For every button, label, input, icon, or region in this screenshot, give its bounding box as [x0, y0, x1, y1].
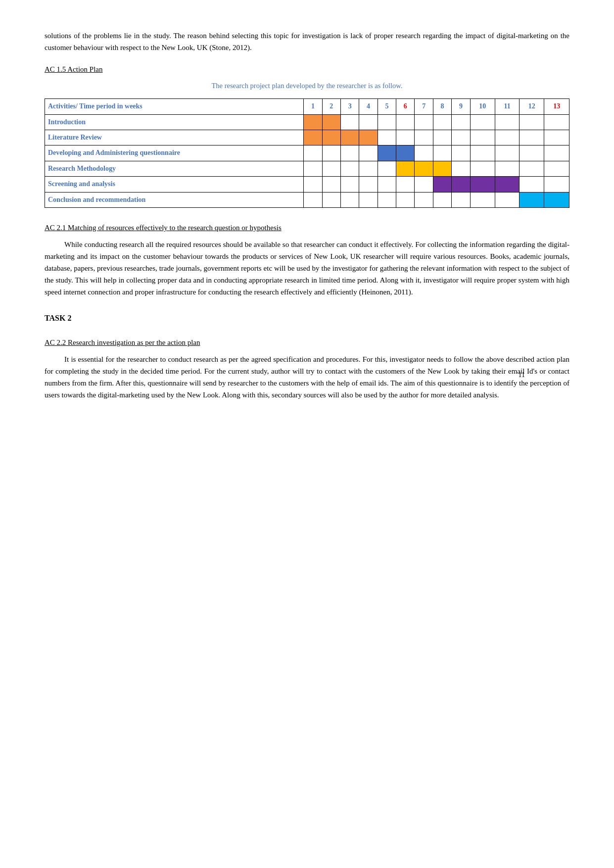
gantt-cell-5-8	[452, 192, 470, 207]
gantt-row-label-5: Conclusion and recommendation	[45, 192, 304, 207]
gantt-col-6: 6	[396, 99, 415, 114]
gantt-cell-5-9	[470, 192, 495, 207]
gantt-cell-1-12	[544, 130, 569, 145]
gantt-cell-1-8	[452, 130, 470, 145]
gantt-cell-4-12	[544, 177, 569, 192]
gantt-col-7: 7	[415, 99, 433, 114]
gantt-cell-1-6	[415, 130, 433, 145]
gantt-row-5: Conclusion and recommendation	[45, 192, 569, 207]
gantt-row-label-0: Introduction	[45, 114, 304, 130]
gantt-cell-3-10	[495, 161, 520, 176]
gantt-cell-3-11	[520, 161, 544, 176]
gantt-cell-0-7	[433, 114, 451, 130]
gantt-cell-1-0	[304, 130, 322, 145]
gantt-cell-5-5	[396, 192, 415, 207]
gantt-cell-3-6	[415, 161, 433, 176]
gantt-col-activities: Activities/ Time period in weeks	[45, 99, 304, 114]
ac15-heading: AC 1.5 Action Plan	[45, 63, 569, 75]
gantt-cell-2-3	[359, 145, 378, 161]
gantt-col-11: 11	[495, 99, 520, 114]
gantt-col-13: 13	[544, 99, 569, 114]
gantt-cell-4-4	[378, 177, 396, 192]
gantt-cell-4-5	[396, 177, 415, 192]
gantt-cell-1-4	[378, 130, 396, 145]
gantt-cell-4-10	[495, 177, 520, 192]
gantt-cell-4-0	[304, 177, 322, 192]
gantt-cell-0-6	[415, 114, 433, 130]
ac22-paragraph: It is essential for the researcher to co…	[45, 353, 569, 401]
gantt-cell-2-8	[452, 145, 470, 161]
gantt-col-8: 8	[433, 99, 451, 114]
gantt-cell-0-8	[452, 114, 470, 130]
gantt-cell-4-11	[520, 177, 544, 192]
gantt-cell-1-1	[322, 130, 340, 145]
gantt-cell-2-0	[304, 145, 322, 161]
gantt-cell-3-3	[359, 161, 378, 176]
ac21-paragraph: While conducting research all the requir…	[45, 239, 569, 298]
gantt-cell-2-9	[470, 145, 495, 161]
gantt-cell-4-2	[340, 177, 359, 192]
gantt-cell-1-5	[396, 130, 415, 145]
gantt-cell-2-10	[495, 145, 520, 161]
gantt-row-label-1: Literature Review	[45, 130, 304, 145]
gantt-cell-3-8	[452, 161, 470, 176]
gantt-header-row: Activities/ Time period in weeks 1 2 3 4…	[45, 99, 569, 114]
gantt-row-label-3: Research Methodology	[45, 161, 304, 176]
subtitle-italic: The research project plan developed by t…	[45, 80, 569, 92]
gantt-cell-3-2	[340, 161, 359, 176]
gantt-col-1: 1	[304, 99, 322, 114]
gantt-cell-0-0	[304, 114, 322, 130]
gantt-cell-2-11	[520, 145, 544, 161]
gantt-cell-5-6	[415, 192, 433, 207]
gantt-row-0: Introduction	[45, 114, 569, 130]
gantt-cell-3-0	[304, 161, 322, 176]
ac22-heading: AC 2.2 Research investigation as per the…	[45, 337, 569, 348]
gantt-cell-0-1	[322, 114, 340, 130]
gantt-cell-0-5	[396, 114, 415, 130]
gantt-table: Activities/ Time period in weeks 1 2 3 4…	[45, 98, 569, 208]
gantt-cell-5-7	[433, 192, 451, 207]
gantt-cell-5-10	[495, 192, 520, 207]
gantt-cell-4-9	[470, 177, 495, 192]
gantt-cell-2-6	[415, 145, 433, 161]
gantt-cell-2-4	[378, 145, 396, 161]
gantt-cell-0-10	[495, 114, 520, 130]
gantt-row-label-2: Developing and Administering questionnai…	[45, 145, 304, 161]
gantt-cell-2-12	[544, 145, 569, 161]
intro-paragraph: solutions of the problems lie in the stu…	[45, 30, 569, 53]
gantt-cell-5-12	[544, 192, 569, 207]
gantt-cell-1-10	[495, 130, 520, 145]
gantt-cell-3-12	[544, 161, 569, 176]
gantt-cell-3-4	[378, 161, 396, 176]
gantt-col-12: 12	[520, 99, 544, 114]
gantt-row-label-4: Screening and analysis	[45, 177, 304, 192]
gantt-cell-0-4	[378, 114, 396, 130]
gantt-cell-5-3	[359, 192, 378, 207]
gantt-cell-1-2	[340, 130, 359, 145]
gantt-cell-1-11	[520, 130, 544, 145]
gantt-cell-4-6	[415, 177, 433, 192]
gantt-cell-5-4	[378, 192, 396, 207]
gantt-cell-0-9	[470, 114, 495, 130]
gantt-col-4: 4	[359, 99, 378, 114]
gantt-row-1: Literature Review	[45, 130, 569, 145]
gantt-cell-4-7	[433, 177, 451, 192]
task2-heading: TASK 2	[45, 312, 569, 325]
gantt-col-5: 5	[378, 99, 396, 114]
gantt-cell-1-7	[433, 130, 451, 145]
gantt-cell-5-1	[322, 192, 340, 207]
gantt-cell-5-0	[304, 192, 322, 207]
gantt-cell-0-11	[520, 114, 544, 130]
gantt-cell-4-8	[452, 177, 470, 192]
gantt-cell-2-7	[433, 145, 451, 161]
gantt-cell-1-3	[359, 130, 378, 145]
gantt-row-4: Screening and analysis	[45, 177, 569, 192]
gantt-col-3: 3	[340, 99, 359, 114]
gantt-cell-3-9	[470, 161, 495, 176]
gantt-cell-4-3	[359, 177, 378, 192]
gantt-cell-1-9	[470, 130, 495, 145]
gantt-cell-0-12	[544, 114, 569, 130]
gantt-cell-2-1	[322, 145, 340, 161]
gantt-cell-0-3	[359, 114, 378, 130]
gantt-cell-2-2	[340, 145, 359, 161]
